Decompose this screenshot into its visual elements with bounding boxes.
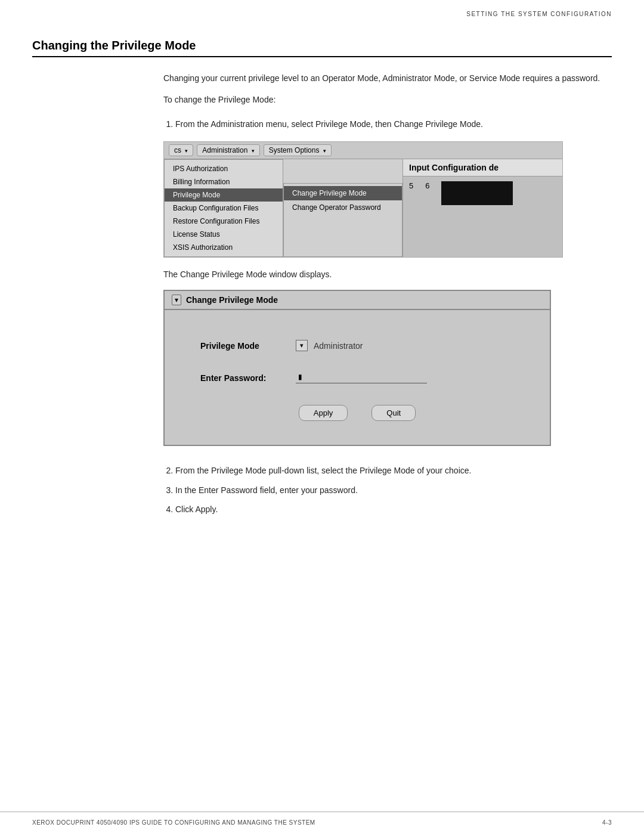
footer-page-number: 4-3 bbox=[602, 819, 612, 826]
system-options-label: System Options bbox=[269, 146, 320, 154]
privilege-mode-value: Administrator bbox=[314, 341, 363, 351]
quit-button[interactable]: Quit bbox=[371, 405, 416, 421]
black-box bbox=[441, 181, 513, 205]
administration-arrow: ▾ bbox=[252, 148, 255, 154]
section-title: Changing the Privilege Mode bbox=[32, 39, 612, 57]
menu-bar-cs[interactable]: cs ▾ bbox=[169, 144, 193, 156]
menu-dropdown-area: IPS Authorization Billing Information Pr… bbox=[164, 159, 562, 257]
password-input[interactable]: ▮ bbox=[296, 373, 427, 383]
page-content: Changing the Privilege Mode Changing you… bbox=[0, 21, 644, 550]
steps-list: From the Administration menu, select Pri… bbox=[175, 117, 612, 131]
privilege-mode-label: Privilege Mode bbox=[200, 341, 296, 351]
page-header: Setting the System Configuration bbox=[0, 0, 644, 21]
menu-item-backup[interactable]: Backup Configuration Files bbox=[165, 202, 283, 215]
menu-item-billing[interactable]: Billing Information bbox=[165, 175, 283, 188]
steps-list-2: From the Privilege Mode pull-down list, … bbox=[175, 464, 612, 516]
step-2: From the Privilege Mode pull-down list, … bbox=[175, 464, 612, 477]
cs-arrow: ▾ bbox=[185, 148, 188, 154]
menu-item-license[interactable]: License Status bbox=[165, 228, 283, 241]
input-config-suffix: de bbox=[489, 163, 499, 172]
privilege-mode-dropdown[interactable]: ▾ bbox=[296, 340, 308, 351]
step-4: Click Apply. bbox=[175, 503, 612, 516]
menu-bar-administration[interactable]: Administration ▾ bbox=[197, 144, 259, 156]
menu-item-ips-auth[interactable]: IPS Authorization bbox=[165, 162, 283, 175]
footer-left-text: Xerox DocuPrint 4050/4090 IPS Guide to C… bbox=[32, 819, 315, 826]
privilege-mode-row: Privilege Mode ▾ Administrator bbox=[200, 340, 514, 351]
header-text: Setting the System Configuration bbox=[466, 11, 612, 17]
dialog-title: Change Privilege Mode bbox=[186, 295, 278, 305]
dialog-buttons: Apply Quit bbox=[200, 405, 514, 421]
menu-item-xsis[interactable]: XSIS Authorization bbox=[165, 241, 283, 254]
left-menu: IPS Authorization Billing Information Pr… bbox=[164, 159, 283, 257]
menu-screenshot: cs ▾ Administration ▾ System Options ▾ I… bbox=[163, 141, 563, 258]
dropdown-arrow: ▾ bbox=[300, 342, 304, 349]
enter-password-row: Enter Password: ▮ bbox=[200, 373, 514, 383]
administration-label: Administration bbox=[202, 146, 247, 154]
dialog-body: Privilege Mode ▾ Administrator Enter Pas… bbox=[165, 310, 550, 445]
dialog-title-icon[interactable]: ▾ bbox=[172, 295, 181, 305]
menu-item-restore[interactable]: Restore Configuration Files bbox=[165, 215, 283, 228]
col-5: 5 bbox=[409, 181, 413, 205]
page-footer: Xerox DocuPrint 4050/4090 IPS Guide to C… bbox=[0, 812, 644, 833]
right-panel: Input Configuration de 5 6 bbox=[402, 159, 562, 257]
password-cursor: ▮ bbox=[298, 373, 302, 381]
right-panel-numbers: 5 6 bbox=[403, 176, 562, 210]
intro-paragraph-1: Changing your current privilege level to… bbox=[163, 72, 612, 85]
right-panel-header: Input Configuration de bbox=[403, 159, 562, 176]
apply-button[interactable]: Apply bbox=[299, 405, 348, 421]
caption: The Change Privilege Mode window display… bbox=[163, 270, 612, 279]
submenu-item-change-privilege[interactable]: Change Privilege Mode bbox=[284, 186, 402, 200]
enter-password-label: Enter Password: bbox=[200, 373, 296, 383]
menu-item-privilege-mode[interactable]: Privilege Mode bbox=[165, 188, 283, 202]
cs-label: cs bbox=[174, 146, 181, 154]
submenu-item-change-operator[interactable]: Change Operator Password bbox=[284, 200, 402, 215]
input-config-label: Input Configuration bbox=[409, 163, 487, 172]
step-3: In the Enter Password field, enter your … bbox=[175, 484, 612, 497]
menu-bar: cs ▾ Administration ▾ System Options ▾ bbox=[164, 142, 562, 159]
system-options-arrow: ▾ bbox=[323, 148, 326, 154]
right-submenu: Change Privilege Mode Change Operator Pa… bbox=[283, 183, 402, 257]
menu-bar-system-options[interactable]: System Options ▾ bbox=[264, 144, 332, 156]
col-6: 6 bbox=[425, 181, 429, 205]
change-privilege-mode-dialog: ▾ Change Privilege Mode Privilege Mode ▾… bbox=[163, 290, 551, 446]
dialog-titlebar: ▾ Change Privilege Mode bbox=[165, 291, 550, 310]
step-1: From the Administration menu, select Pri… bbox=[175, 117, 612, 131]
intro-paragraph-2: To change the Privilege Mode: bbox=[163, 93, 612, 106]
